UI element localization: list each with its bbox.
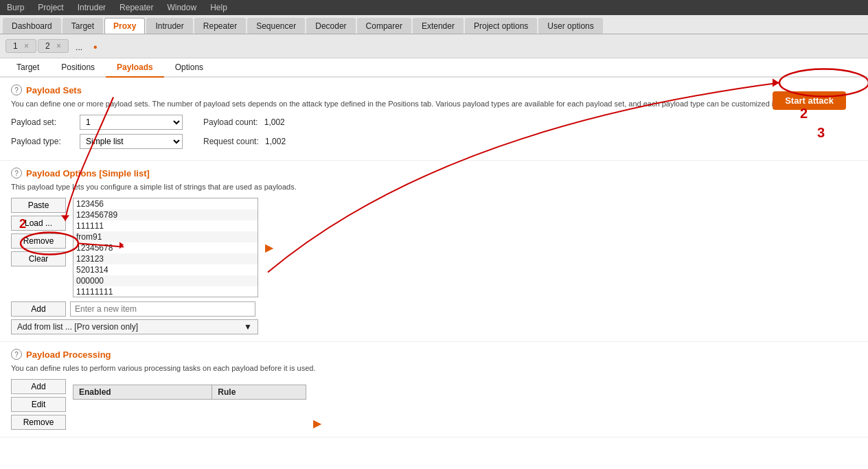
- tab-user-options[interactable]: User options: [538, 18, 602, 34]
- payload-sets-desc: You can define one or more payload sets.…: [11, 100, 857, 108]
- menu-bar: Burp Project Intruder Repeater Window He…: [0, 0, 868, 15]
- tab-repeater[interactable]: Repeater: [194, 18, 246, 34]
- new-item-input[interactable]: [70, 301, 255, 317]
- processing-table-header-enabled: Enabled: [73, 385, 212, 400]
- intruder-tab-more[interactable]: ...: [70, 40, 88, 55]
- list-item[interactable]: from91: [73, 231, 258, 242]
- start-attack-button[interactable]: Start attack: [773, 91, 846, 110]
- help-icon-payload-sets[interactable]: ?: [11, 84, 22, 95]
- request-count-value: 1,002: [265, 137, 286, 146]
- processing-table: Enabled Rule: [73, 385, 306, 430]
- tab-target[interactable]: Target: [62, 18, 103, 34]
- content-area: Start attack ? Payload Sets You can defi…: [0, 78, 868, 469]
- payload-set-select[interactable]: 1: [80, 115, 183, 130]
- payload-sets-title: Payload Sets: [26, 85, 82, 95]
- tab-project-options[interactable]: Project options: [465, 18, 537, 34]
- help-icon-payload-options[interactable]: ?: [11, 168, 22, 179]
- add-from-list-chevron-icon: ▼: [244, 322, 252, 332]
- payload-count-label: Payload count:: [203, 117, 258, 127]
- subtab-positions[interactable]: Positions: [50, 58, 106, 78]
- subtab-options[interactable]: Options: [164, 58, 214, 78]
- payload-processing-section: ? Payload Processing You can define rule…: [0, 342, 868, 437]
- processing-area: Add Edit Remove Enabled Rule ▶: [11, 379, 857, 430]
- intruder-tab-2[interactable]: 2 ×: [38, 39, 69, 53]
- payload-processing-title: Payload Processing: [26, 350, 111, 360]
- menu-window[interactable]: Window: [160, 1, 203, 14]
- list-item[interactable]: 123456789: [73, 209, 258, 220]
- payload-list[interactable]: 123456123456789111111from911234567812312…: [73, 198, 258, 297]
- tab-intruder[interactable]: Intruder: [146, 18, 192, 34]
- processing-remove-button[interactable]: Remove: [11, 415, 66, 430]
- clear-button[interactable]: Clear: [11, 251, 66, 266]
- load-button[interactable]: Load ...: [11, 216, 66, 231]
- tab-decoder[interactable]: Decoder: [306, 18, 355, 34]
- menu-help[interactable]: Help: [203, 1, 234, 14]
- add-item-row: Add: [11, 301, 857, 317]
- list-item[interactable]: 11111111: [73, 286, 258, 297]
- payload-type-select[interactable]: Simple list: [80, 134, 183, 149]
- payload-processing-desc: You can define rules to perform various …: [11, 364, 857, 372]
- list-item[interactable]: 12345678: [73, 242, 258, 253]
- processing-add-button[interactable]: Add: [11, 379, 66, 394]
- remove-button[interactable]: Remove: [11, 233, 66, 249]
- tab-comparer[interactable]: Comparer: [357, 18, 411, 34]
- payload-right-arrow-icon: ▶: [265, 198, 273, 297]
- tab-dashboard[interactable]: Dashboard: [3, 18, 61, 34]
- close-icon[interactable]: ×: [24, 41, 29, 51]
- tab-sequencer[interactable]: Sequencer: [247, 18, 305, 34]
- close-icon[interactable]: ×: [56, 41, 61, 51]
- add-button[interactable]: Add: [11, 301, 66, 317]
- processing-right-arrow-icon: ▶: [313, 417, 321, 430]
- menu-intruder[interactable]: Intruder: [71, 1, 113, 14]
- payload-options-desc: This payload type lets you configure a s…: [11, 183, 857, 191]
- paste-button[interactable]: Paste: [11, 198, 66, 213]
- processing-action-buttons: Add Edit Remove: [11, 379, 66, 430]
- payload-action-buttons: Paste Load ... Remove Clear: [11, 198, 66, 297]
- list-item[interactable]: 123123: [73, 253, 258, 264]
- request-count-label: Request count:: [203, 137, 259, 146]
- payload-list-area: Paste Load ... Remove Clear 123456123456…: [11, 198, 857, 297]
- subtab-target[interactable]: Target: [5, 58, 50, 78]
- payload-set-label: Payload set:: [11, 117, 80, 127]
- intruder-tab-dot: •: [91, 38, 100, 56]
- list-item[interactable]: 123456: [73, 198, 258, 209]
- payload-sets-section: Start attack ? Payload Sets You can defi…: [0, 78, 868, 161]
- processing-right-area: ▶: [313, 379, 321, 430]
- list-item[interactable]: 5201314: [73, 264, 258, 275]
- menu-repeater[interactable]: Repeater: [113, 1, 160, 14]
- tab-extender[interactable]: Extender: [413, 18, 464, 34]
- add-from-list-dropdown[interactable]: Add from list ... [Pro version only] ▼: [11, 319, 258, 334]
- payload-type-label: Payload type:: [11, 137, 80, 146]
- list-item[interactable]: 111111: [73, 220, 258, 231]
- processing-edit-button[interactable]: Edit: [11, 397, 66, 412]
- processing-table-header-rule: Rule: [212, 385, 306, 400]
- sub-nav: Target Positions Payloads Options: [0, 58, 868, 78]
- intruder-tab-1[interactable]: 1 ×: [5, 39, 36, 53]
- subtab-payloads[interactable]: Payloads: [106, 58, 164, 78]
- help-icon-payload-processing[interactable]: ?: [11, 349, 22, 360]
- payload-options-section: ? Payload Options [Simple list] This pay…: [0, 161, 868, 342]
- nav-tabs: Dashboard Target Proxy Intruder Repeater…: [0, 15, 868, 34]
- menu-burp[interactable]: Burp: [0, 1, 31, 14]
- menu-project[interactable]: Project: [31, 1, 70, 14]
- list-item[interactable]: 000000: [73, 275, 258, 286]
- payload-options-title: Payload Options [Simple list]: [26, 168, 150, 179]
- payload-count-value: 1,002: [264, 117, 285, 127]
- add-from-list-label: Add from list ... [Pro version only]: [17, 322, 138, 332]
- tab-proxy[interactable]: Proxy: [104, 18, 145, 34]
